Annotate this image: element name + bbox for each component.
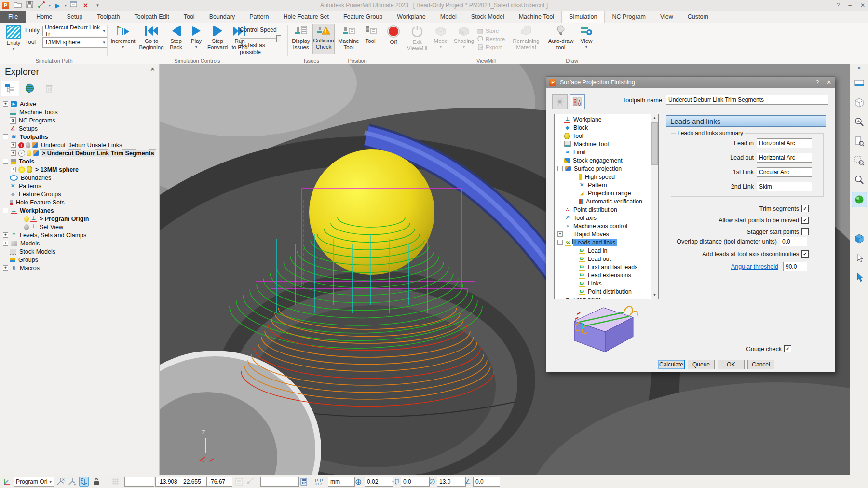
tree-item-leads-and-links[interactable]: -ωLeads and links — [555, 238, 651, 246]
machine-tool-position-button[interactable]: Machine Tool — [338, 25, 360, 51]
tree-item-high-speed[interactable]: High speed — [555, 173, 651, 181]
help-icon[interactable]: ? — [812, 79, 823, 86]
tree-item-groups[interactable]: Groups — [0, 256, 159, 264]
tree-item-block[interactable]: ◆Block — [555, 123, 651, 132]
step-forward-button[interactable]: Step Forward — [206, 25, 229, 51]
status-field-empty-2[interactable] — [260, 477, 299, 487]
shading-button[interactable]: Shading ▾ — [452, 25, 475, 49]
tree-item-lead-in[interactable]: ωLead in — [555, 246, 651, 255]
x-axis-icon[interactable]: X — [56, 477, 66, 487]
magnifier-icon[interactable] — [852, 173, 867, 187]
scroll-up-icon[interactable]: ▲ — [653, 114, 657, 121]
tolerance-field[interactable] — [365, 477, 393, 487]
z-axis-icon[interactable]: Z — [79, 477, 89, 487]
tree-view-icon[interactable] — [1, 81, 19, 96]
tab-workplane[interactable]: Workplane — [390, 11, 433, 23]
collapse-icon[interactable]: - — [557, 240, 563, 245]
tree-item-lead-out[interactable]: ωLead out — [555, 255, 651, 263]
display-issues-button[interactable]: Display Issues — [290, 25, 312, 51]
tree-item-hole-feature-sets[interactable]: Hole Feature Sets — [0, 198, 159, 206]
trash-icon[interactable] — [41, 81, 58, 95]
tree-item-program-origin[interactable]: ⊥> Program Origin — [0, 215, 159, 223]
coordinate-y[interactable] — [181, 477, 207, 487]
angle-field[interactable] — [473, 477, 500, 487]
tree-item-13mm-sphere[interactable]: +> 13MM sphere — [0, 165, 159, 174]
tab-setup[interactable]: Setup — [60, 11, 90, 23]
tree-item-start-point[interactable]: ⚑Start point — [555, 296, 651, 299]
tree-item-nc-programs[interactable]: GNC Programs — [0, 116, 159, 124]
collapse-icon[interactable]: - — [3, 208, 8, 213]
tree-item-machine-tool[interactable]: Machine Tool — [555, 140, 651, 148]
units-field[interactable] — [328, 477, 355, 487]
tree-item-rapid-moves[interactable]: +≡Rapid Moves — [555, 230, 651, 238]
point-icon[interactable] — [245, 477, 255, 487]
tree-item-tool[interactable]: Tool — [555, 132, 651, 140]
entity-button[interactable]: Entity ▾ — [4, 25, 23, 51]
tab-toolpath-edit[interactable]: Toolpath Edit — [127, 11, 176, 23]
close-icon[interactable]: ✕ — [823, 79, 835, 86]
status-field-empty-1[interactable] — [124, 477, 154, 487]
tree-item-machine-tools[interactable]: Machine Tools — [0, 108, 159, 116]
tree-item-tools[interactable]: -Tools — [0, 157, 159, 165]
queue-button[interactable]: Queue — [688, 360, 715, 369]
increment-button[interactable]: Increment ▾ — [110, 25, 136, 49]
mode-button[interactable]: Mode ▾ — [431, 25, 450, 49]
restore-button[interactable]: Restore — [477, 35, 511, 43]
help-icon[interactable]: ? — [837, 2, 840, 9]
close-icon[interactable]: ✕ — [857, 65, 861, 74]
stagger-start-points-checkbox[interactable]: ✓ — [801, 228, 809, 235]
tree-item-lead-extensions[interactable]: ωLead extensions — [555, 271, 651, 279]
block-view-icon[interactable] — [852, 212, 867, 227]
cancel-button[interactable]: Cancel — [747, 360, 774, 369]
tree-item-undercut-deburr-unsafe-links[interactable]: +!Undercut Deburr Unsafe Links — [0, 141, 159, 149]
zoom-box-icon[interactable] — [852, 153, 867, 168]
overlap-distance-input[interactable] — [780, 237, 807, 246]
tree-item-macros[interactable]: +§Macros — [0, 264, 159, 272]
shaded-cube-icon[interactable] — [852, 231, 867, 246]
expand-icon[interactable]: + — [11, 150, 16, 156]
play-button[interactable]: Play ▾ — [187, 25, 205, 49]
store-button[interactable]: Store — [477, 27, 511, 35]
tree-item-patterns[interactable]: ✕Patterns — [0, 182, 159, 190]
position-list-icon[interactable] — [234, 477, 244, 487]
summary-field-1st-link[interactable] — [757, 167, 812, 177]
workplane-select[interactable]: Program Ori▾ — [14, 477, 54, 487]
tab-file[interactable]: File — [0, 11, 26, 23]
minimize-icon[interactable]: – — [848, 2, 852, 9]
tree-item-workplanes[interactable]: -⊥Workplanes — [0, 206, 159, 215]
zoom-page-icon[interactable] — [852, 134, 867, 149]
tree-item-first-and-last-leads[interactable]: ωFirst and last leads — [555, 263, 651, 271]
diameter-field[interactable] — [437, 477, 466, 487]
strategy-pattern-icon[interactable] — [570, 94, 585, 109]
go-to-beginning-button[interactable]: Go to Beginning — [138, 25, 165, 51]
scroll-thumb[interactable] — [651, 122, 658, 165]
expand-icon[interactable]: + — [3, 241, 8, 246]
tree-item-point-distribution[interactable]: ωPoint distribution — [555, 287, 651, 296]
coordinate-z[interactable] — [206, 477, 232, 487]
ruler-icon[interactable]: 0 1 2 — [314, 477, 327, 487]
tab-custom[interactable]: Custom — [680, 11, 716, 23]
scrollbar[interactable]: ▲ ▼ — [651, 114, 658, 299]
angular-threshold-input[interactable] — [783, 262, 807, 271]
tab-view[interactable]: View — [653, 11, 680, 23]
expand-icon[interactable]: + — [3, 265, 8, 271]
tree-item-models[interactable]: +Models — [0, 239, 159, 247]
step-back-button[interactable]: Step Back — [166, 25, 186, 51]
tree-item-undercut-deburr-link-trim-segments[interactable]: +✓> Undercut Deburr Link Trim Segments — [0, 149, 159, 157]
collision-check-button[interactable]: ! Collision Check — [312, 24, 335, 54]
summary-field-2nd-link[interactable] — [757, 182, 812, 191]
viewmill-sphere-icon[interactable] — [852, 192, 867, 207]
add-leads-checkbox[interactable]: ✓ — [801, 250, 809, 258]
tree-item-links[interactable]: ωLinks — [555, 279, 651, 287]
speed-slider[interactable] — [240, 38, 281, 39]
entity-select[interactable]: Undercut Deburr Link Tr▾ — [42, 26, 108, 36]
expand-icon[interactable]: + — [557, 231, 563, 237]
calculator-icon[interactable] — [299, 477, 309, 487]
collapse-icon[interactable]: - — [557, 166, 563, 171]
tab-machine-tool[interactable]: Machine Tool — [512, 11, 561, 23]
summary-field-lead-out[interactable] — [757, 153, 812, 163]
tree-item-stock-engagement[interactable]: Stock engagement — [555, 156, 651, 164]
gouge-checkbox[interactable]: ✓ — [784, 345, 791, 352]
expand-icon[interactable]: + — [11, 142, 16, 148]
tree-item-automatic-verification[interactable]: Automatic verification — [555, 197, 651, 205]
